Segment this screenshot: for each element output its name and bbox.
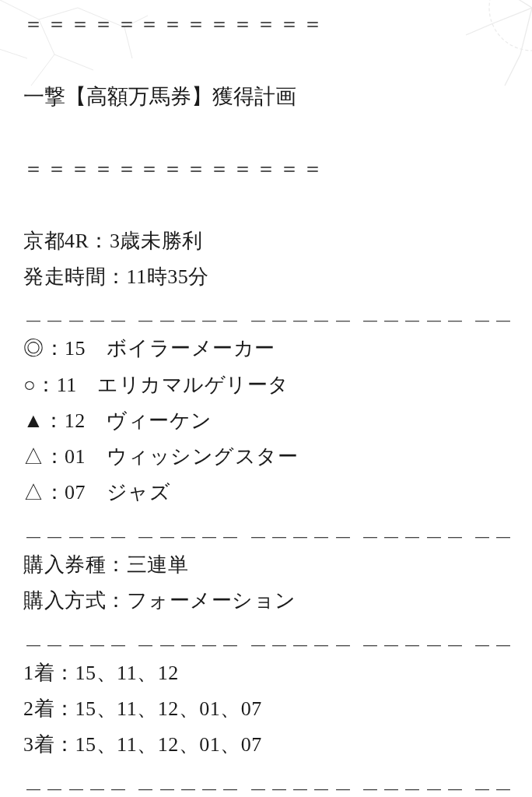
underline-1: ＿＿＿＿＿ ＿＿＿＿＿ ＿＿＿＿＿ ＿＿＿＿＿ ＿＿ <box>23 295 509 331</box>
pick-4: △：01 ウィッシングスター <box>23 439 509 475</box>
position-3: 3着：15、11、12、01、07 <box>23 727 509 763</box>
divider-mid: ＝＝＝＝＝＝＝＝＝＝＝＝＝ <box>23 151 509 187</box>
position-2: 2着：15、11、12、01、07 <box>23 691 509 727</box>
position-1: 1着：15、11、12 <box>23 655 509 691</box>
svg-line-12 <box>520 8 532 54</box>
underline-2: ＿＿＿＿＿ ＿＿＿＿＿ ＿＿＿＿＿ ＿＿＿＿＿ ＿＿ <box>23 511 509 547</box>
start-time: 発走時間：11時35分 <box>23 259 509 295</box>
plan-title: 一撃【高額万馬券】獲得計画 <box>23 78 509 115</box>
pick-2: ○：11 エリカマルゲリータ <box>23 367 509 403</box>
bet-method: 購入方式：フォーメーション <box>23 583 509 619</box>
underline-3: ＿＿＿＿＿ ＿＿＿＿＿ ＿＿＿＿＿ ＿＿＿＿＿ ＿＿ <box>23 620 509 655</box>
pick-1: ◎：15 ボイラーメーカー <box>23 331 509 367</box>
race-name: 京都4R：3歳未勝利 <box>23 223 509 259</box>
ticket-type: 購入券種：三連単 <box>23 547 509 583</box>
pick-3: ▲：12 ヴィーケン <box>23 403 509 439</box>
divider-top: ＝＝＝＝＝＝＝＝＝＝＝＝＝ <box>23 6 509 42</box>
pick-5: △：07 ジャズ <box>23 475 509 511</box>
underline-4: ＿＿＿＿＿ ＿＿＿＿＿ ＿＿＿＿＿ ＿＿＿＿＿ ＿＿ <box>23 764 509 797</box>
